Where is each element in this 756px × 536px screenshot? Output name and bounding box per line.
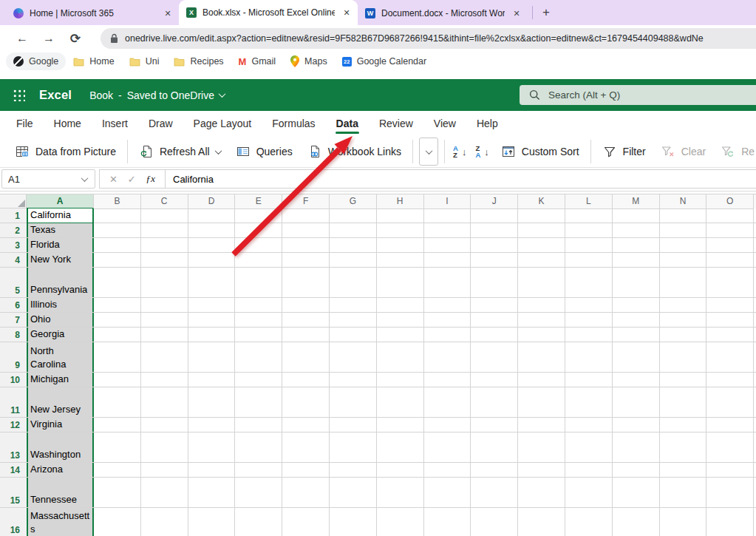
- empty-cells[interactable]: [94, 373, 756, 387]
- new-tab-button[interactable]: +: [537, 4, 555, 21]
- column-header[interactable]: N: [660, 194, 707, 209]
- column-header-a[interactable]: A: [27, 194, 94, 209]
- menu-item-formulas[interactable]: Formulas: [262, 111, 325, 136]
- row-header[interactable]: 4: [0, 253, 27, 267]
- cancel-icon[interactable]: ✕: [109, 174, 118, 185]
- cell-a14[interactable]: Arizona: [27, 463, 94, 477]
- column-header[interactable]: O: [706, 194, 754, 209]
- cell-a13[interactable]: Washington: [27, 432, 94, 462]
- row-header[interactable]: 12: [0, 418, 27, 432]
- back-icon[interactable]: ←: [9, 32, 35, 45]
- formula-input[interactable]: California: [166, 169, 756, 189]
- data-from-picture-button[interactable]: Data from Picture: [7, 138, 123, 166]
- cell-a5[interactable]: Pennsylvania: [27, 268, 94, 297]
- cell-a1-active[interactable]: California: [27, 208, 94, 223]
- empty-cells[interactable]: [94, 298, 756, 312]
- forward-icon[interactable]: →: [35, 32, 62, 45]
- menu-item-review[interactable]: Review: [369, 111, 423, 136]
- column-header[interactable]: J: [471, 194, 518, 209]
- empty-cells[interactable]: [94, 342, 756, 372]
- empty-cells[interactable]: [94, 253, 756, 267]
- bookmark-google-calendar[interactable]: 22 Google Calendar: [335, 52, 435, 70]
- row-header[interactable]: 8: [0, 328, 27, 342]
- cell-a10[interactable]: Michigan: [27, 373, 94, 387]
- column-header[interactable]: B: [94, 194, 141, 209]
- sort-ascending-button[interactable]: AZ ↓: [449, 138, 471, 166]
- row-header[interactable]: 5: [0, 268, 27, 297]
- refresh-all-button[interactable]: Refresh All: [132, 138, 228, 166]
- row-header[interactable]: 13: [0, 432, 27, 462]
- bookmark-gmail[interactable]: M Gmail: [231, 52, 284, 70]
- column-header[interactable]: F: [282, 194, 330, 209]
- confirm-icon[interactable]: ✓: [128, 174, 136, 185]
- filter-button[interactable]: Filter: [595, 138, 653, 166]
- search-input[interactable]: Search (Alt + Q): [520, 85, 756, 105]
- cell-a15[interactable]: Tennessee: [27, 478, 94, 507]
- row-header[interactable]: 2: [0, 223, 27, 237]
- menu-item-draw[interactable]: Draw: [138, 111, 183, 136]
- row-header[interactable]: 3: [0, 238, 27, 252]
- menu-item-home[interactable]: Home: [44, 111, 92, 136]
- menu-item-data[interactable]: Data: [326, 111, 369, 136]
- column-header[interactable]: K: [518, 194, 565, 209]
- bookmark-maps[interactable]: Maps: [283, 52, 335, 70]
- browser-tab-excel[interactable]: X Book.xlsx - Microsoft Excel Online ✕: [179, 0, 358, 25]
- column-header[interactable]: G: [330, 194, 377, 209]
- row-header[interactable]: 10: [0, 373, 27, 387]
- fx-icon[interactable]: ƒx: [146, 173, 155, 185]
- cell-a9[interactable]: North Carolina: [27, 342, 94, 372]
- row-header[interactable]: 6: [0, 298, 27, 312]
- column-header[interactable]: I: [424, 194, 471, 209]
- empty-cells[interactable]: [94, 432, 756, 462]
- close-icon[interactable]: ✕: [161, 7, 174, 20]
- sort-descending-button[interactable]: ZA ↓: [471, 138, 493, 166]
- cell-a4[interactable]: New York: [27, 253, 94, 267]
- empty-cells[interactable]: [94, 418, 756, 432]
- menu-item-insert[interactable]: Insert: [92, 111, 138, 136]
- row-header[interactable]: 14: [0, 463, 27, 477]
- ribbon-overflow-button[interactable]: [419, 138, 438, 166]
- empty-cells[interactable]: [94, 508, 756, 536]
- custom-sort-button[interactable]: Custom Sort: [494, 138, 587, 166]
- browser-tab-word[interactable]: W Document.docx - Microsoft Word ✕: [358, 1, 528, 25]
- empty-cells[interactable]: [94, 478, 756, 507]
- close-icon[interactable]: ✕: [510, 7, 523, 20]
- row-header[interactable]: 16: [0, 508, 27, 536]
- row-header[interactable]: 9: [0, 342, 27, 372]
- menu-item-help[interactable]: Help: [466, 111, 508, 136]
- app-name[interactable]: Excel: [39, 88, 72, 102]
- row-header[interactable]: 11: [0, 387, 27, 417]
- browser-tab-home[interactable]: Home | Microsoft 365 ✕: [6, 1, 179, 25]
- column-header[interactable]: C: [141, 194, 188, 209]
- bookmark-home[interactable]: Home: [66, 52, 121, 70]
- cell-a6[interactable]: Illinois: [27, 298, 94, 312]
- bookmark-uni[interactable]: Uni: [122, 52, 167, 70]
- cell-a7[interactable]: Ohio: [27, 313, 94, 327]
- empty-cells[interactable]: [94, 313, 756, 327]
- bookmark-recipes[interactable]: Recipes: [166, 52, 231, 70]
- reload-icon[interactable]: ⟳: [62, 31, 89, 47]
- name-box[interactable]: A1: [1, 169, 95, 189]
- cell-a3[interactable]: Florida: [27, 238, 94, 252]
- row-header[interactable]: 1: [0, 208, 27, 223]
- column-header[interactable]: L: [565, 194, 613, 209]
- empty-cells[interactable]: [94, 268, 756, 297]
- menu-item-view[interactable]: View: [423, 111, 466, 136]
- cell-a16[interactable]: Massachusetts: [27, 508, 94, 536]
- cell-a2[interactable]: Texas: [27, 223, 94, 237]
- reapply-filter-button[interactable]: Re: [713, 138, 756, 166]
- menu-item-file[interactable]: File: [6, 111, 44, 136]
- column-header[interactable]: E: [235, 194, 282, 209]
- address-bar[interactable]: onedrive.live.com/edit.aspx?action=editn…: [101, 28, 756, 49]
- close-icon[interactable]: ✕: [340, 6, 353, 19]
- queries-button[interactable]: Queries: [228, 138, 300, 166]
- empty-cells[interactable]: [94, 328, 756, 342]
- workbook-links-button[interactable]: Workbook Links: [300, 138, 409, 166]
- row-header[interactable]: 7: [0, 313, 27, 327]
- empty-cells[interactable]: [94, 223, 756, 237]
- empty-cells[interactable]: [94, 208, 756, 223]
- cell-a12[interactable]: Virginia: [27, 418, 94, 432]
- empty-cells[interactable]: [94, 238, 756, 252]
- clear-filter-button[interactable]: Clear: [653, 138, 713, 166]
- cell-a11[interactable]: New Jersey: [27, 387, 94, 417]
